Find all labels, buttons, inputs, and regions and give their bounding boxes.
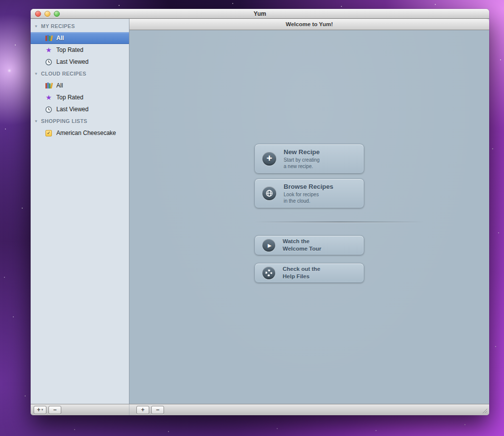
action-title: Browse Recipes — [284, 183, 333, 190]
help-files-button[interactable]: Check out the Help Files — [254, 263, 364, 283]
section-header-label: MY RECIPES — [41, 23, 75, 29]
section-header-label: SHOPPING LISTS — [41, 118, 87, 124]
new-recipe-button[interactable]: + New Recipe Start by creating a new rec… — [254, 144, 364, 174]
watch-welcome-tour-button[interactable]: ▶ Watch the Welcome Tour — [254, 235, 364, 255]
sidebar-item-label: All — [56, 35, 64, 42]
sidebar-item-label: Last Viewed — [56, 106, 88, 113]
main-content: + New Recipe Start by creating a new rec… — [129, 30, 489, 404]
action-title: Watch the Welcome Tour — [283, 238, 321, 253]
welcome-header: Welcome to Yum! — [129, 19, 489, 30]
sidebar: ▼ MY RECIPES All ★ — [31, 19, 129, 404]
main-remove-button[interactable]: − — [151, 406, 164, 414]
sidebar-item-label: Top Rated — [56, 94, 84, 101]
sidebar-remove-button[interactable]: − — [48, 406, 61, 414]
main-add-button[interactable]: + — [136, 406, 149, 414]
disclosure-triangle-icon[interactable]: ▼ — [34, 72, 39, 76]
clock-icon — [44, 105, 53, 114]
bottom-bar: + ▾ − + − — [31, 404, 489, 415]
disclosure-triangle-icon[interactable]: ▼ — [34, 119, 39, 124]
sidebar-section-shopping-lists[interactable]: ▼ SHOPPING LISTS — [31, 115, 129, 127]
zoom-button[interactable] — [54, 11, 60, 17]
sidebar-item-all-cloud[interactable]: All — [31, 80, 129, 91]
disclosure-triangle-icon[interactable]: ▼ — [34, 24, 39, 29]
plus-icon: + — [141, 406, 144, 413]
sidebar-item-last-viewed-cloud[interactable]: Last Viewed — [31, 103, 129, 115]
dropdown-arrow-icon: ▾ — [42, 408, 43, 412]
action-title: New Recipe — [284, 148, 320, 156]
action-subtitle: Look for recipes in the cloud. — [284, 191, 333, 204]
window-title: Yum — [31, 9, 489, 19]
plus-icon: + — [37, 406, 41, 413]
sidebar-item-label: All — [56, 82, 63, 89]
sidebar-item-all-my-recipes[interactable]: All — [31, 32, 129, 44]
desktop-background: Yum ▼ MY RECIPES — [0, 0, 504, 436]
note-icon: ✓ — [44, 129, 53, 137]
sidebar-section-cloud-recipes[interactable]: ▼ CLOUD RECIPES — [31, 68, 129, 80]
sidebar-item-label: Last Viewed — [56, 58, 88, 65]
play-circle-icon: ▶ — [262, 239, 275, 252]
sidebar-add-button[interactable]: + ▾ — [34, 406, 46, 414]
sidebar-item-last-viewed-my-recipes[interactable]: Last Viewed — [31, 56, 129, 68]
clock-icon — [44, 58, 53, 66]
sidebar-section-my-recipes[interactable]: ▼ MY RECIPES — [31, 20, 129, 32]
action-subtitle: Start by creating a new recipe. — [284, 157, 320, 170]
books-icon — [44, 34, 53, 43]
sidebar-item-top-rated-my-recipes[interactable]: ★ Top Rated — [31, 44, 129, 56]
sidebar-item-label: Top Rated — [56, 46, 84, 53]
section-divider — [254, 221, 425, 222]
titlebar[interactable]: Yum — [31, 9, 489, 19]
section-header-label: CLOUD RECIPES — [41, 71, 86, 77]
minus-icon: − — [53, 406, 56, 413]
app-window: Yum ▼ MY RECIPES — [31, 9, 489, 415]
plus-circle-icon: + — [262, 152, 276, 166]
stars-decoration — [0, 0, 1, 1]
globe-icon — [262, 186, 276, 200]
star-icon: ★ — [44, 93, 53, 102]
main-area: Welcome to Yum! + New Recipe Start by cr… — [129, 19, 489, 404]
minus-icon: − — [156, 406, 159, 413]
minimize-button[interactable] — [44, 11, 50, 17]
close-button[interactable] — [35, 11, 41, 17]
resize-grip[interactable] — [481, 407, 488, 414]
sidebar-item-top-rated-cloud[interactable]: ★ Top Rated — [31, 91, 129, 103]
browse-recipes-button[interactable]: Browse Recipes Look for recipes in the c… — [254, 178, 364, 208]
help-ring-icon — [262, 266, 275, 279]
action-title: Check out the Help Files — [283, 265, 320, 280]
sidebar-item-american-cheesecake[interactable]: ✓ American Cheesecake — [31, 127, 129, 139]
books-icon — [44, 82, 53, 90]
star-icon: ★ — [44, 46, 53, 54]
sidebar-item-label: American Cheesecake — [56, 130, 116, 136]
